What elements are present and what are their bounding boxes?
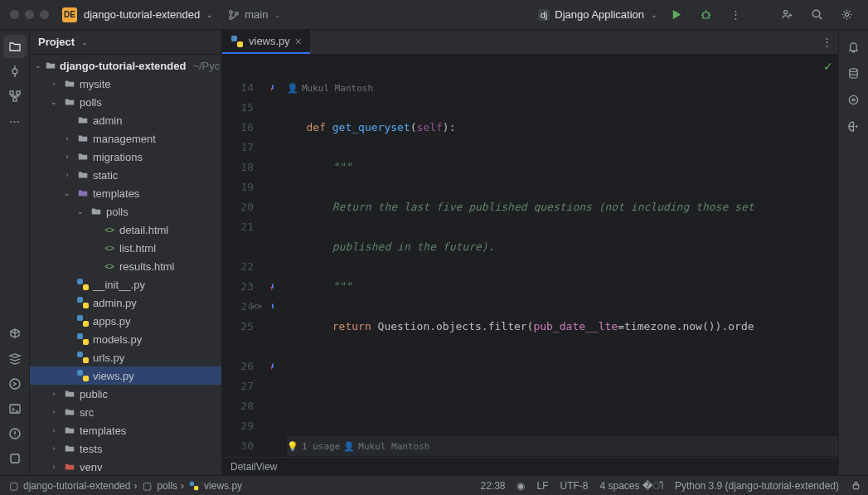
tree-twisty[interactable]: ›	[48, 408, 60, 416]
override-icon[interactable]: ⬇↑	[269, 277, 275, 297]
tree-node-polls[interactable]: ⌄polls	[30, 202, 221, 221]
tree-twisty[interactable]: ⌄	[48, 98, 60, 106]
tree-node-admin-py[interactable]: admin.py	[30, 294, 221, 312]
encoding[interactable]: UTF-8	[560, 480, 589, 492]
code-editor[interactable]: ✓ 14⬇↑151617181920212223⬇↑24<>⬇2526⬇↑272…	[222, 55, 838, 457]
reader-mode-icon[interactable]: ◉	[516, 480, 525, 492]
python-packages-icon[interactable]	[3, 323, 27, 346]
vcs-icon[interactable]	[3, 447, 27, 470]
tree-twisty[interactable]: ›	[48, 426, 60, 434]
maximize-window[interactable]	[40, 10, 49, 19]
interpreter[interactable]: Python 3.9 (django-tutorial-extended)	[675, 480, 839, 492]
code-content[interactable]: 👤 Mukul Mantosh def get_queryset(self): …	[280, 55, 838, 457]
svg-point-17	[852, 99, 855, 101]
tree-twisty[interactable]: ›	[61, 153, 73, 161]
tree-node-urls-py[interactable]: urls.py	[30, 348, 221, 366]
project-badge: DE	[62, 7, 77, 22]
run-button[interactable]	[664, 3, 687, 27]
svg-point-0	[230, 10, 233, 13]
override-icon[interactable]: ⬇↑	[269, 78, 275, 98]
override-icon[interactable]: ⬇	[269, 297, 275, 317]
endpoints-icon[interactable]	[842, 88, 866, 111]
tab-more-icon[interactable]: ⋮	[815, 30, 838, 54]
tree-twisty[interactable]: ⌄	[61, 189, 73, 197]
template-icon[interactable]: <>	[252, 297, 262, 317]
folder-icon: ▢	[7, 479, 20, 493]
line-ending[interactable]: LF	[536, 480, 548, 492]
run-config-selector[interactable]: dj Django Application ⌄	[538, 8, 657, 21]
tree-twisty[interactable]: ⌄	[35, 61, 41, 70]
django-icon: dj	[538, 9, 550, 21]
tree-node-list-html[interactable]: <>list.html	[30, 239, 221, 257]
svg-rect-10	[13, 98, 17, 101]
project-selector[interactable]: django-tutorial-extended ⌄	[84, 8, 213, 21]
tree-node-admin[interactable]: admin	[30, 111, 221, 129]
tree-node-static[interactable]: ›static	[30, 166, 221, 184]
code-with-me-icon[interactable]	[775, 3, 798, 27]
database-icon[interactable]	[842, 61, 866, 85]
tree-twisty[interactable]: ›	[48, 390, 60, 398]
tree-node-templates[interactable]: ⌄templates	[30, 184, 221, 202]
tree-node-venv[interactable]: ›venv	[30, 458, 221, 475]
tree-label: public	[80, 388, 108, 400]
cursor-position[interactable]: 22:38	[480, 480, 505, 492]
tree-twisty[interactable]: ›	[61, 134, 73, 143]
settings-icon[interactable]	[835, 3, 858, 27]
minimize-window[interactable]	[25, 10, 34, 19]
close-window[interactable]	[10, 10, 19, 19]
project-tool-icon[interactable]	[3, 35, 27, 58]
more-tool-icon[interactable]: ⋯	[3, 109, 27, 133]
tree-twisty[interactable]: ›	[48, 80, 60, 88]
python-console-icon[interactable]	[3, 372, 27, 396]
commit-tool-icon[interactable]	[3, 60, 27, 83]
structure-tool-icon[interactable]	[3, 85, 27, 108]
left-toolbar: ⋯	[0, 30, 30, 475]
tree-twisty[interactable]: ›	[61, 171, 73, 179]
tree-label: detail.html	[119, 224, 168, 236]
tree-node-management[interactable]: ›management	[30, 129, 221, 148]
services-icon[interactable]	[3, 347, 27, 371]
debug-button[interactable]	[694, 3, 717, 27]
search-everywhere-icon[interactable]	[805, 3, 828, 27]
override-icon[interactable]: ⬇↑	[269, 357, 275, 376]
python-icon	[230, 35, 244, 48]
tree-twisty[interactable]: ›	[48, 444, 60, 453]
tree-node-results-html[interactable]: <>results.html	[30, 257, 221, 275]
manage-py-icon[interactable]	[842, 114, 866, 138]
editor-breadcrumb[interactable]: DetailView	[222, 457, 838, 475]
problems-icon[interactable]	[3, 422, 27, 445]
tree-node-templates[interactable]: ›templates	[30, 421, 221, 439]
tree-node-polls[interactable]: ⌄polls	[30, 93, 221, 111]
tree-node-apps-py[interactable]: apps.py	[30, 312, 221, 330]
lock-icon[interactable]	[851, 480, 861, 491]
chevron-down-icon[interactable]: ⌄	[81, 38, 88, 46]
indent[interactable]: 4 spaces �ി	[600, 480, 663, 492]
tree-label: tests	[80, 443, 102, 455]
svg-point-4	[783, 11, 787, 14]
tree-node-detail-html[interactable]: <>detail.html	[30, 221, 221, 239]
notifications-icon[interactable]	[842, 35, 866, 58]
tree-node-views-py[interactable]: views.py	[30, 366, 221, 385]
tree-node-public[interactable]: ›public	[30, 385, 221, 403]
tree-root[interactable]: ⌄ django-tutorial-extended ~/Pyc	[30, 56, 221, 75]
folder-icon	[63, 460, 76, 473]
branch-selector[interactable]: main ⌄	[228, 8, 281, 21]
root-label: django-tutorial-extended	[60, 60, 186, 72]
tree-twisty[interactable]: ›	[48, 463, 60, 471]
more-actions-button[interactable]: ⋮	[724, 3, 747, 27]
nav-breadcrumb[interactable]: ▢django-tutorial-extended › ▢polls › vie…	[7, 479, 242, 493]
tree-node-tests[interactable]: ›tests	[30, 439, 221, 458]
py-icon	[76, 332, 90, 346]
file-tree[interactable]: ⌄ django-tutorial-extended ~/Pyc ›mysite…	[30, 55, 221, 475]
close-tab-icon[interactable]: ×	[295, 35, 302, 48]
tab-views-py[interactable]: views.py ×	[222, 30, 310, 54]
tree-node-mysite[interactable]: ›mysite	[30, 75, 221, 93]
tree-node-src[interactable]: ›src	[30, 403, 221, 421]
terminal-icon[interactable]	[3, 397, 27, 420]
tree-label: views.py	[93, 370, 134, 382]
tree-twisty[interactable]: ⌄	[75, 207, 86, 216]
tree-node-migrations[interactable]: ›migrations	[30, 148, 221, 166]
tree-node-models-py[interactable]: models.py	[30, 330, 221, 348]
right-toolbar	[838, 30, 868, 475]
tree-node-__init__-py[interactable]: __init__.py	[30, 275, 221, 294]
